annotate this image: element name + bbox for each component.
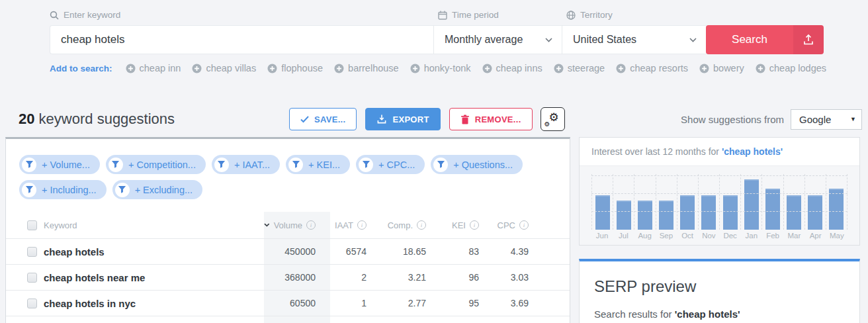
chart-month-label: Sep xyxy=(656,232,677,240)
chevron-down-icon xyxy=(545,38,552,42)
filter-icon xyxy=(217,160,226,169)
chart-bar[interactable] xyxy=(829,189,844,230)
column-header-keyword[interactable]: Keyword xyxy=(44,212,264,238)
keyword-suggestion-chip[interactable]: bowery xyxy=(699,63,744,73)
info-icon[interactable]: i xyxy=(357,220,367,230)
keyword-cell[interactable]: cheap hotels near me xyxy=(44,272,145,283)
keyword-suggestion-chip[interactable]: cheap inns xyxy=(482,63,542,73)
keyword-input[interactable] xyxy=(50,25,433,54)
chart-bar[interactable] xyxy=(723,195,738,230)
info-icon[interactable]: i xyxy=(519,220,529,230)
filter-chip[interactable]: + Excluding... xyxy=(112,180,202,199)
territory-select[interactable]: United States xyxy=(562,25,706,54)
keyword-suggestion-chip[interactable]: barrelhouse xyxy=(334,63,399,73)
keyword-suggestion-chip[interactable]: cheap resorts xyxy=(616,63,688,73)
chart-column xyxy=(656,174,677,230)
iaat-cell: 1 xyxy=(330,291,367,316)
export-button[interactable]: EXPORT xyxy=(365,108,440,130)
info-icon[interactable]: i xyxy=(470,220,479,230)
interest-chart-plot xyxy=(591,174,847,230)
keyword-suggestion-chip[interactable]: flophouse xyxy=(267,63,323,73)
column-header-iaat[interactable]: IAATi xyxy=(330,212,367,238)
chart-bar[interactable] xyxy=(765,189,780,230)
column-header-kei[interactable]: KEIi xyxy=(426,212,479,238)
chart-month-label: Feb xyxy=(762,232,783,240)
column-header-volume[interactable]: Volume i xyxy=(264,212,330,238)
serp-preview-title: SERP preview xyxy=(594,277,845,296)
settings-button[interactable]: ⚙ ⚙ xyxy=(541,107,565,131)
volume-cell: 60500 xyxy=(264,291,330,316)
add-icon xyxy=(192,64,202,73)
chart-column xyxy=(804,174,826,230)
keyword-suggestion-chip[interactable]: steerage xyxy=(554,63,605,73)
add-icon xyxy=(616,64,626,73)
chart-column xyxy=(634,174,655,230)
row-checkbox[interactable] xyxy=(27,247,37,257)
chart-column xyxy=(613,174,634,230)
chart-bar[interactable] xyxy=(595,195,610,230)
globe-icon xyxy=(566,11,576,20)
remove-button[interactable]: REMOVE... xyxy=(449,108,533,130)
table-row[interactable]: cheap hotels 450000 6574 18.65 83 4.39 xyxy=(6,238,570,264)
keyword-cell[interactable]: cheap hotels xyxy=(44,246,105,257)
serp-preview-subtitle: Search results for 'cheap hotels' xyxy=(594,308,845,320)
chart-bar[interactable] xyxy=(659,201,673,230)
chart-bar[interactable] xyxy=(744,179,759,230)
interest-chart-months: JunJulAugSepOctNovDecJanFebMarAprMay xyxy=(591,232,847,240)
chart-bar[interactable] xyxy=(701,195,716,230)
search-button[interactable]: Search xyxy=(706,25,793,54)
row-checkbox[interactable] xyxy=(27,273,37,283)
table-row[interactable]: cheap hotels near me 368000 2 3.21 96 3.… xyxy=(6,264,570,290)
volume-cell: 368000 xyxy=(264,265,330,290)
keyword-suggestion-chip[interactable]: honky-tonk xyxy=(410,63,471,73)
filter-chip[interactable]: + Questions... xyxy=(431,155,523,174)
chart-bar[interactable] xyxy=(617,201,631,230)
chart-bar[interactable] xyxy=(808,195,822,230)
add-icon xyxy=(482,64,492,73)
filter-chip[interactable]: + KEI... xyxy=(286,155,350,174)
comp-cell: 3.21 xyxy=(367,265,426,290)
info-icon[interactable]: i xyxy=(417,220,426,230)
chart-bar[interactable] xyxy=(638,201,652,230)
territory-label: Territory xyxy=(562,10,706,20)
keyword-suggestion-chip[interactable]: cheap inn xyxy=(126,63,181,73)
chart-month-label: Jan xyxy=(741,232,762,240)
trash-icon xyxy=(460,115,470,124)
select-all-checkbox[interactable] xyxy=(27,220,37,230)
keyword-cell[interactable]: cheap hotels in nyc xyxy=(44,298,136,309)
filter-chip[interactable]: + IAAT... xyxy=(212,155,280,174)
filter-chip[interactable]: + Competition... xyxy=(106,155,206,174)
filter-chip[interactable]: + Including... xyxy=(19,180,107,199)
keyword-suggestion-chip[interactable]: cheap villas xyxy=(192,63,256,73)
chart-month-label: Mar xyxy=(783,232,804,240)
add-icon xyxy=(554,64,564,73)
calendar-icon xyxy=(438,11,447,20)
upload-button[interactable] xyxy=(793,25,824,54)
chart-bar[interactable] xyxy=(680,195,695,230)
column-header-cpc[interactable]: CPCi xyxy=(479,212,535,238)
chart-bar[interactable] xyxy=(787,195,801,230)
keyword-suggestion-chip[interactable]: cheap lodges xyxy=(756,63,826,73)
comp-cell: 18.65 xyxy=(367,239,426,264)
filter-chip[interactable]: + CPC... xyxy=(356,155,425,174)
comp-cell: 2.77 xyxy=(367,291,426,316)
chart-month-label: Nov xyxy=(698,232,719,240)
source-select[interactable]: Google ▼ xyxy=(791,109,862,130)
show-suggestions-label: Show suggestions from xyxy=(681,114,784,125)
row-checkbox[interactable] xyxy=(27,299,37,308)
table-row-partial xyxy=(6,316,570,323)
chart-column xyxy=(719,174,740,230)
results-toolbar: 20 keyword suggestions SAVE... EXPORT RE… xyxy=(19,107,862,131)
info-icon[interactable]: i xyxy=(306,220,316,230)
filter-chips: + Volume... + Competition... + IAAT... xyxy=(6,155,570,199)
kei-cell: 83 xyxy=(426,239,479,264)
save-button[interactable]: SAVE... xyxy=(289,108,357,130)
column-header-comp[interactable]: Comp.i xyxy=(367,212,426,238)
filter-chip[interactable]: + Volume... xyxy=(19,155,100,174)
keyword-field-label: Enter keyword xyxy=(50,10,433,20)
table-row[interactable]: cheap hotels in nyc 60500 1 2.77 95 3.69 xyxy=(6,290,570,316)
keywords-table: Keyword Volume i IAATi Comp.i KEIi CPCi … xyxy=(6,212,570,323)
time-period-select[interactable]: Monthly average xyxy=(433,25,562,54)
chart-column xyxy=(677,174,698,230)
add-icon xyxy=(334,64,344,73)
